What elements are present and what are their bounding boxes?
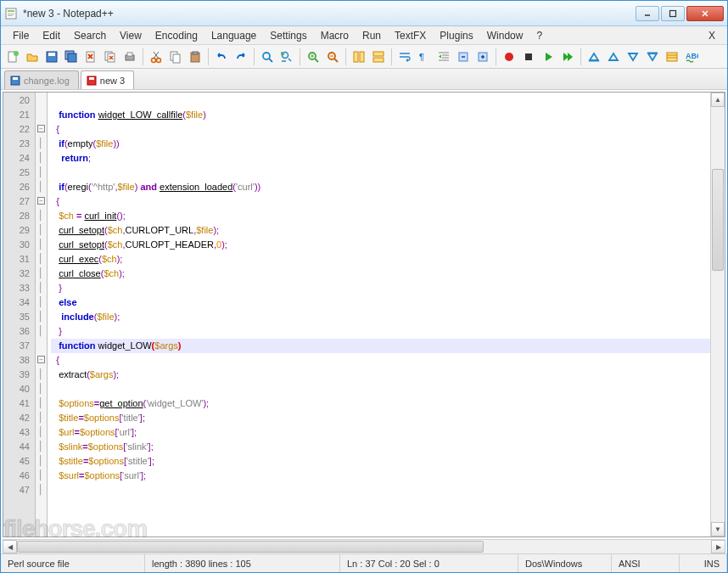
col1-button[interactable] xyxy=(585,48,602,65)
play-button[interactable] xyxy=(540,48,557,65)
menu-language[interactable]: Language xyxy=(204,28,263,43)
code-line[interactable]: $title=$options['title']; xyxy=(51,411,710,425)
tab-change.log[interactable]: change.log xyxy=(4,70,79,89)
fold-marker[interactable]: │ xyxy=(36,468,47,482)
save-button[interactable] xyxy=(43,48,60,65)
code-line[interactable]: $ch = curl_init(); xyxy=(51,209,710,223)
code-line[interactable] xyxy=(51,93,710,108)
sync-v-button[interactable] xyxy=(350,48,367,65)
code-line[interactable]: curl_setopt($ch,CURLOPT_HEADER,0); xyxy=(51,238,710,252)
fold-marker[interactable]: │ xyxy=(36,136,47,150)
fold-marker[interactable]: − xyxy=(36,352,47,367)
code-line[interactable]: include($file); xyxy=(51,310,710,324)
fold-marker[interactable]: │ xyxy=(36,150,47,165)
scroll-thumb[interactable] xyxy=(712,169,724,271)
scroll-down-icon[interactable]: ▼ xyxy=(711,522,725,536)
scroll-left-icon[interactable]: ◀ xyxy=(3,540,17,553)
save-all-button[interactable] xyxy=(63,48,80,65)
code-line[interactable]: return; xyxy=(51,151,710,166)
sync-h-button[interactable] xyxy=(370,48,387,65)
undo-button[interactable] xyxy=(213,48,230,65)
fold-marker[interactable]: │ xyxy=(36,251,47,266)
fold-gutter[interactable]: −││││−│││││││││ −│││││││││ xyxy=(36,93,48,536)
code-area[interactable]: function widget_LOW_callfile($file) { if… xyxy=(48,93,710,536)
hscroll-thumb[interactable] xyxy=(17,541,484,553)
fold-marker[interactable]: │ xyxy=(36,396,47,410)
code-line[interactable]: if(empty($file)) xyxy=(51,137,710,151)
code-line[interactable]: $url=$options['url']; xyxy=(51,425,710,440)
fold-marker[interactable]: │ xyxy=(36,381,47,396)
minimize-button[interactable] xyxy=(636,6,659,21)
close-button[interactable] xyxy=(686,6,724,21)
menu-run[interactable]: Run xyxy=(356,28,388,43)
all-chars-button[interactable]: ¶ xyxy=(416,48,433,65)
menu-window[interactable]: Window xyxy=(480,28,530,43)
col2-button[interactable] xyxy=(605,48,622,65)
play-multi-button[interactable] xyxy=(559,48,576,65)
fold-marker[interactable]: │ xyxy=(36,482,47,497)
menu-help[interactable]: ? xyxy=(529,28,549,43)
scroll-right-icon[interactable]: ▶ xyxy=(711,540,725,553)
col4-button[interactable] xyxy=(644,48,661,65)
code-line[interactable]: $options=get_option('widget_LOW'); xyxy=(51,396,710,411)
code-line[interactable]: function widget_LOW($args) xyxy=(51,339,710,353)
code-line[interactable] xyxy=(51,166,710,180)
spell-button[interactable]: ABC xyxy=(683,48,700,65)
code-line[interactable]: $stitle=$options['stitle']; xyxy=(51,454,710,469)
fold-marker[interactable]: │ xyxy=(36,280,47,295)
code-line[interactable]: function widget_LOW_callfile($file) xyxy=(51,108,710,122)
code-line[interactable]: $surl=$options['surl']; xyxy=(51,469,710,483)
menu-search[interactable]: Search xyxy=(67,28,113,43)
copy-button[interactable] xyxy=(167,48,184,65)
tab-new-3[interactable]: new 3 xyxy=(81,70,134,89)
code-line[interactable]: else xyxy=(51,295,710,310)
menu-view[interactable]: View xyxy=(113,28,148,43)
scroll-up-icon[interactable]: ▲ xyxy=(711,93,725,107)
unfold-button[interactable] xyxy=(474,48,491,65)
close-button[interactable] xyxy=(82,48,99,65)
code-line[interactable]: { xyxy=(51,122,710,137)
col5-button[interactable] xyxy=(664,48,680,65)
fold-marker[interactable]: │ xyxy=(36,266,47,280)
code-line[interactable]: { xyxy=(51,353,710,368)
fold-marker[interactable]: │ xyxy=(36,237,47,251)
code-line[interactable]: extract($args); xyxy=(51,368,710,382)
fold-marker[interactable]: │ xyxy=(36,208,47,222)
fold-marker[interactable]: │ xyxy=(36,295,47,309)
fold-marker[interactable] xyxy=(36,338,47,352)
fold-marker[interactable]: │ xyxy=(36,165,47,179)
menu-plugins[interactable]: Plugins xyxy=(433,28,479,43)
open-button[interactable] xyxy=(24,48,41,65)
stop-button[interactable] xyxy=(520,48,537,65)
wrap-button[interactable] xyxy=(396,48,413,65)
menu-textfx[interactable]: TextFX xyxy=(388,28,433,43)
fold-marker[interactable]: − xyxy=(36,194,47,208)
code-line[interactable]: $slink=$options['slink']; xyxy=(51,440,710,454)
code-line[interactable]: } xyxy=(51,281,710,295)
maximize-button[interactable] xyxy=(661,6,685,21)
vertical-scrollbar[interactable]: ▲ ▼ xyxy=(710,93,725,536)
fold-marker[interactable]: │ xyxy=(36,424,47,439)
fold-marker[interactable]: │ xyxy=(36,439,47,453)
menu-encoding[interactable]: Encoding xyxy=(148,28,204,43)
find-button[interactable] xyxy=(259,48,276,65)
fold-marker[interactable]: │ xyxy=(36,222,47,237)
code-line[interactable] xyxy=(51,483,710,497)
menu-settings[interactable]: Settings xyxy=(263,28,313,43)
fold-marker[interactable]: │ xyxy=(36,410,47,424)
fold-marker[interactable] xyxy=(36,107,47,121)
close-all-button[interactable] xyxy=(102,48,119,65)
print-button[interactable] xyxy=(121,48,138,65)
zoom-out-button[interactable] xyxy=(324,48,341,65)
horizontal-scrollbar[interactable]: ◀ ▶ xyxy=(3,539,725,553)
code-line[interactable]: curl_close($ch); xyxy=(51,267,710,281)
fold-marker[interactable] xyxy=(36,93,47,107)
paste-button[interactable] xyxy=(187,48,204,65)
cut-button[interactable] xyxy=(148,48,165,65)
fold-button[interactable] xyxy=(455,48,472,65)
col3-button[interactable] xyxy=(624,48,641,65)
fold-marker[interactable]: │ xyxy=(36,453,47,468)
code-line[interactable]: curl_setopt($ch,CURLOPT_URL,$file); xyxy=(51,223,710,238)
indent-button[interactable] xyxy=(435,48,452,65)
replace-button[interactable] xyxy=(278,48,295,65)
